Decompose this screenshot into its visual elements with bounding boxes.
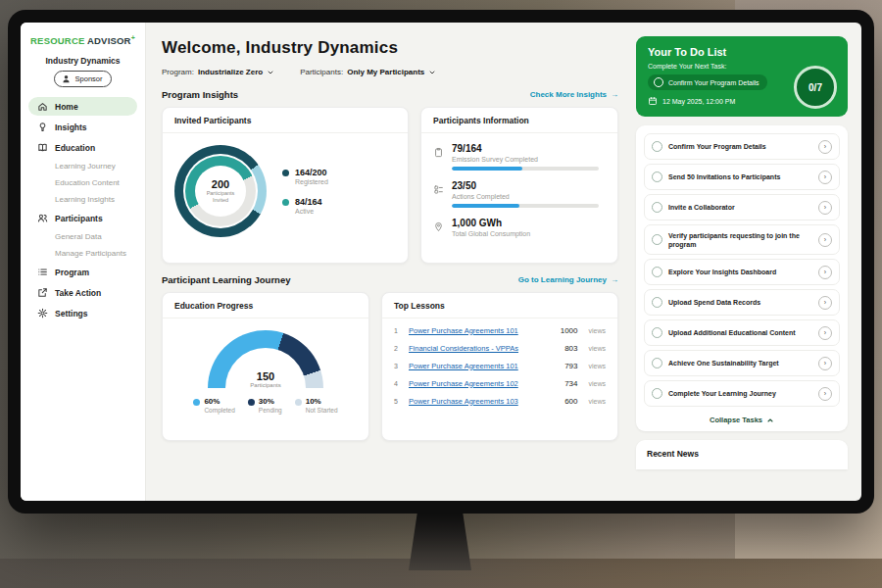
checkbox-circle-icon[interactable] bbox=[652, 141, 662, 152]
sidebar-item-label: Learning Insights bbox=[55, 195, 115, 204]
sidebar-item-learning-insights[interactable]: Learning Insights bbox=[28, 192, 137, 207]
participants-filter-dropdown[interactable]: Participants: Only My Participants bbox=[300, 68, 436, 76]
chevron-right-icon[interactable]: › bbox=[818, 201, 832, 215]
task-label: Upload Additional Educational Content bbox=[668, 328, 812, 337]
lesson-rank: 5 bbox=[394, 398, 401, 405]
donut-legend: 164/200 Registered 84/164 Active bbox=[282, 168, 328, 215]
filters-row: Program: Industrialize Zero Participants… bbox=[162, 68, 618, 76]
program-filter-dropdown[interactable]: Program: Industrialize Zero bbox=[162, 68, 274, 76]
task-row-explore-insights[interactable]: Explore Your Insights Dashboard › bbox=[644, 259, 840, 285]
task-row-send-invitations[interactable]: Send 50 Invitations to Participants › bbox=[644, 164, 840, 190]
chevron-right-icon[interactable]: › bbox=[818, 140, 832, 154]
collapse-tasks-link[interactable]: Collapse Tasks bbox=[644, 411, 840, 427]
next-task-pill[interactable]: Confirm Your Program Details bbox=[648, 74, 767, 90]
task-row-achieve-target[interactable]: Achieve One Sustainability Target › bbox=[644, 350, 840, 376]
legend-value: 164/200 bbox=[295, 168, 328, 177]
chevron-right-icon[interactable]: › bbox=[818, 266, 832, 279]
legend-label: Registered bbox=[295, 178, 328, 185]
task-row-confirm-program[interactable]: Confirm Your Program Details › bbox=[644, 133, 840, 160]
lesson-views: 1000 bbox=[561, 326, 578, 335]
task-label: Verify participants requesting to join t… bbox=[668, 231, 812, 249]
recent-news-header: Recent News bbox=[636, 440, 848, 469]
task-row-verify-participants[interactable]: Verify participants requesting to join t… bbox=[644, 224, 840, 255]
arrow-right-icon: → bbox=[611, 90, 618, 99]
sidebar-item-label: Settings bbox=[55, 309, 88, 318]
sidebar-item-label: Take Action bbox=[55, 288, 101, 298]
stat-actions-completed: 23/50 Actions Completed bbox=[433, 180, 606, 208]
legend-active: 84/164 Active bbox=[282, 197, 328, 215]
sidebar-item-label: Home bbox=[55, 102, 78, 112]
program-filter-value: Industrialize Zero bbox=[198, 68, 263, 76]
sidebar-item-program[interactable]: Program bbox=[28, 263, 137, 281]
sidebar-item-take-action[interactable]: Take Action bbox=[28, 283, 137, 302]
chevron-right-icon[interactable]: › bbox=[818, 357, 832, 370]
sidebar-item-settings[interactable]: Settings bbox=[28, 304, 137, 322]
donut-center-value: 200 bbox=[212, 178, 229, 190]
sidebar-item-manage-participants[interactable]: Manage Participants bbox=[28, 246, 137, 261]
chevron-right-icon[interactable]: › bbox=[818, 171, 832, 184]
sidebar-item-participants[interactable]: Participants bbox=[28, 209, 137, 227]
task-row-complete-learning-journey[interactable]: Complete Your Learning Journey › bbox=[644, 380, 840, 407]
stat-value: 1,000 GWh bbox=[452, 218, 530, 228]
legend-not-started: 10% Not Started bbox=[295, 397, 338, 414]
chevron-right-icon[interactable]: › bbox=[818, 387, 832, 401]
checkbox-circle-icon[interactable] bbox=[652, 172, 662, 182]
lesson-views: 803 bbox=[564, 344, 577, 353]
check-more-insights-link[interactable]: Check More Insights → bbox=[530, 90, 618, 99]
lesson-link[interactable]: Power Purchase Agreements 103 bbox=[409, 397, 557, 406]
chevron-right-icon[interactable]: › bbox=[818, 233, 832, 247]
sidebar-item-home[interactable]: Home bbox=[28, 97, 137, 116]
lesson-row: 2 Financial Considerations - VPPAs 803 v… bbox=[382, 339, 617, 357]
legend-value: 60% bbox=[204, 397, 234, 406]
stat-label: Total Global Consumption bbox=[452, 230, 530, 237]
calendar-icon bbox=[648, 96, 658, 106]
sidebar-item-learning-journey[interactable]: Learning Journey bbox=[28, 159, 137, 173]
todo-panel: Your To Do List Complete Your Next Task:… bbox=[634, 23, 861, 501]
sidebar-item-education-content[interactable]: Education Content bbox=[28, 175, 137, 190]
monitor-stand bbox=[409, 512, 471, 570]
checkbox-circle-icon[interactable] bbox=[652, 297, 662, 308]
go-to-learning-journey-link[interactable]: Go to Learning Journey → bbox=[518, 275, 618, 284]
checkbox-circle-icon[interactable] bbox=[652, 358, 662, 368]
chevron-right-icon[interactable]: › bbox=[818, 326, 832, 340]
program-insights-title: Program Insights bbox=[162, 89, 238, 100]
sponsor-badge[interactable]: Sponsor bbox=[54, 71, 113, 87]
chevron-glyph: › bbox=[824, 329, 826, 336]
participants-filter-label: Participants: bbox=[300, 68, 343, 76]
lesson-rank: 2 bbox=[394, 345, 401, 352]
task-row-upload-spend-data[interactable]: Upload Spend Data Records › bbox=[644, 289, 840, 316]
next-task-label: Confirm Your Program Details bbox=[668, 79, 760, 86]
sidebar-item-insights[interactable]: Insights bbox=[28, 118, 137, 136]
lesson-link[interactable]: Financial Considerations - VPPAs bbox=[409, 344, 557, 353]
sidebar-item-education[interactable]: Education bbox=[28, 138, 137, 157]
checkbox-circle-icon[interactable] bbox=[652, 267, 662, 277]
checkbox-circle-icon[interactable] bbox=[652, 388, 662, 399]
chevron-right-icon[interactable]: › bbox=[818, 296, 832, 310]
checkbox-circle-icon[interactable] bbox=[654, 77, 663, 87]
lesson-link[interactable]: Power Purchase Agreements 101 bbox=[409, 362, 557, 370]
checkbox-circle-icon[interactable] bbox=[652, 202, 662, 213]
checkbox-circle-icon[interactable] bbox=[652, 327, 662, 338]
gauge-center-label: Participants bbox=[208, 382, 323, 388]
lesson-link[interactable]: Power Purchase Agreements 102 bbox=[409, 379, 557, 388]
chevron-down-icon bbox=[428, 69, 436, 76]
task-row-upload-educational-content[interactable]: Upload Additional Educational Content › bbox=[644, 319, 840, 346]
legend-dot bbox=[193, 399, 200, 406]
task-row-invite-collaborator[interactable]: Invite a Collaborator › bbox=[644, 194, 840, 220]
task-label: Explore Your Insights Dashboard bbox=[668, 268, 812, 276]
sidebar-nav: Home Insights Education Learning Journey… bbox=[28, 97, 137, 322]
learning-journey-header: Participant Learning Journey Go to Learn… bbox=[162, 274, 618, 285]
sidebar-item-general-data[interactable]: General Data bbox=[28, 229, 137, 244]
chevron-up-icon bbox=[766, 416, 774, 424]
education-gauge-chart: 150 Participants bbox=[208, 330, 323, 388]
gauge-center-value: 150 bbox=[208, 370, 323, 382]
lesson-views: 734 bbox=[564, 379, 577, 388]
checkbox-circle-icon[interactable] bbox=[652, 234, 662, 245]
task-list-card: Confirm Your Program Details › Send 50 I… bbox=[636, 125, 848, 431]
lesson-link[interactable]: Power Purchase Agreements 101 bbox=[409, 326, 553, 335]
chevron-glyph: › bbox=[824, 269, 826, 275]
progress-bar-fill bbox=[452, 204, 519, 208]
link-label: Check More Insights bbox=[530, 90, 607, 99]
clipboard-icon bbox=[433, 144, 444, 155]
invited-donut-chart: 200 Participants Invited bbox=[174, 145, 267, 237]
